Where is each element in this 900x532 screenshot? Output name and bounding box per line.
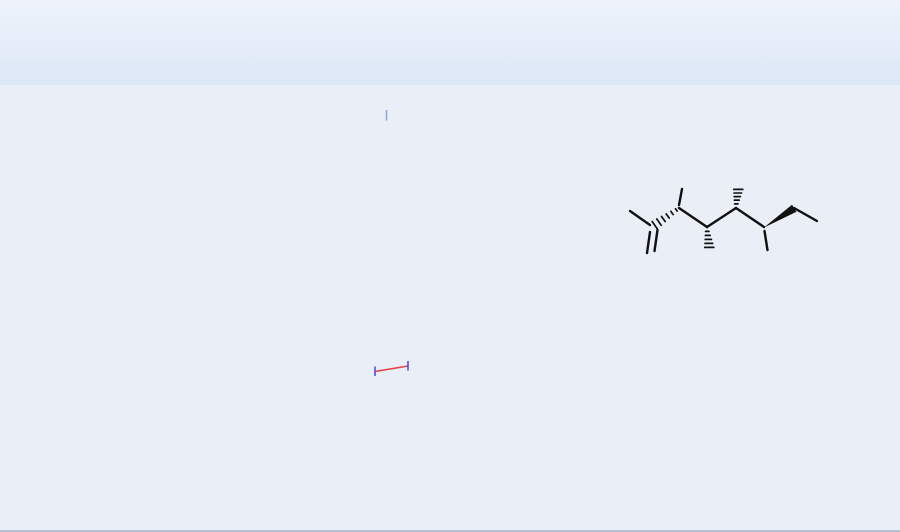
carbonyl-double-bond — [647, 232, 650, 253]
chromatography-app-window — [0, 0, 900, 532]
gluconic-acid-structure — [630, 189, 817, 253]
hashed-wedge — [734, 189, 743, 203]
chromatogram-plot[interactable] — [0, 0, 900, 532]
highlight-ellipse — [254, 93, 478, 490]
hashed-wedge — [652, 209, 677, 229]
integration-baseline — [375, 361, 408, 376]
hashed-wedge — [705, 231, 714, 247]
wedge-bond — [764, 205, 797, 228]
